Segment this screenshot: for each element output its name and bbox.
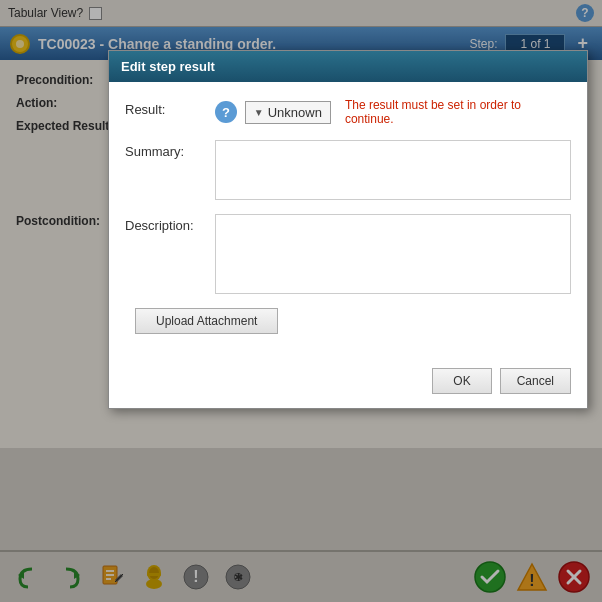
edit-step-result-modal: Edit step result Result: ? ▼ Unknown The… [108,50,588,409]
result-dropdown[interactable]: ▼ Unknown [245,101,331,124]
description-row: Description: [125,214,571,294]
summary-row: Summary: [125,140,571,200]
summary-label: Summary: [125,140,215,159]
modal-body: Result: ? ▼ Unknown The result must be s… [109,82,587,358]
result-value: Unknown [268,105,322,120]
upload-row: Upload Attachment [125,308,571,334]
result-warning: The result must be set in order to conti… [345,98,571,126]
ok-button[interactable]: OK [432,368,491,394]
modal-title: Edit step result [121,59,215,74]
modal-footer: OK Cancel [109,358,587,408]
result-label: Result: [125,98,215,117]
result-help-icon[interactable]: ? [215,101,237,123]
page-wrapper: Tabular View? ? TC00023 - Change a stand… [0,0,602,602]
description-label: Description: [125,214,215,233]
dropdown-arrow-icon: ▼ [254,107,264,118]
cancel-button[interactable]: Cancel [500,368,571,394]
summary-textarea[interactable] [215,140,571,200]
modal-header: Edit step result [109,51,587,82]
upload-attachment-button[interactable]: Upload Attachment [135,308,278,334]
description-textarea[interactable] [215,214,571,294]
result-row: Result: ? ▼ Unknown The result must be s… [125,98,571,126]
result-controls: ? ▼ Unknown The result must be set in or… [215,98,571,126]
